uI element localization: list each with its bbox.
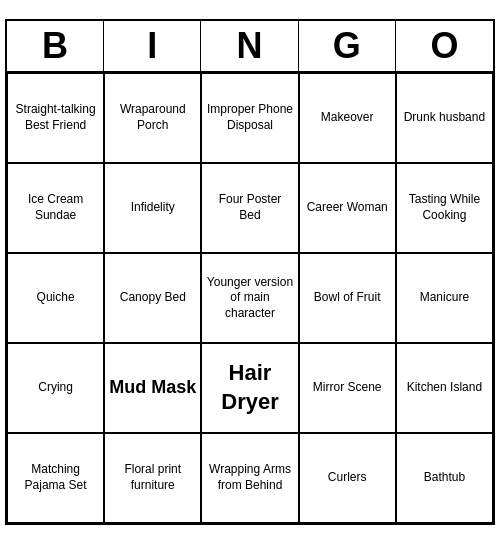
bingo-cell: Bowl of Fruit xyxy=(299,253,396,343)
bingo-cell: Crying xyxy=(7,343,104,433)
header-b: B xyxy=(7,21,104,71)
header-o: O xyxy=(396,21,493,71)
bingo-cell: Ice Cream Sundae xyxy=(7,163,104,253)
bingo-cell: Four Poster Bed xyxy=(201,163,298,253)
bingo-cell: Straight-talking Best Friend xyxy=(7,73,104,163)
bingo-cell: Improper Phone Disposal xyxy=(201,73,298,163)
bingo-cell: Wraparound Porch xyxy=(104,73,201,163)
bingo-cell: Canopy Bed xyxy=(104,253,201,343)
bingo-cell: Mirror Scene xyxy=(299,343,396,433)
bingo-cell: Quiche xyxy=(7,253,104,343)
bingo-cell: Kitchen Island xyxy=(396,343,493,433)
bingo-header: B I N G O xyxy=(7,21,493,73)
bingo-cell: Matching Pajama Set xyxy=(7,433,104,523)
bingo-cell: Infidelity xyxy=(104,163,201,253)
bingo-cell: Bathtub xyxy=(396,433,493,523)
bingo-cell: Drunk husband xyxy=(396,73,493,163)
bingo-cell: Younger version of main character xyxy=(201,253,298,343)
bingo-cell: Career Woman xyxy=(299,163,396,253)
bingo-cell: Mud Mask xyxy=(104,343,201,433)
bingo-grid: Straight-talking Best FriendWraparound P… xyxy=(7,73,493,523)
bingo-cell: Makeover xyxy=(299,73,396,163)
header-g: G xyxy=(299,21,396,71)
bingo-cell: Wrapping Arms from Behind xyxy=(201,433,298,523)
bingo-cell: Hair Dryer xyxy=(201,343,298,433)
bingo-cell: Manicure xyxy=(396,253,493,343)
header-n: N xyxy=(201,21,298,71)
bingo-cell: Tasting While Cooking xyxy=(396,163,493,253)
bingo-cell: Floral print furniture xyxy=(104,433,201,523)
header-i: I xyxy=(104,21,201,71)
bingo-card: B I N G O Straight-talking Best FriendWr… xyxy=(5,19,495,525)
bingo-cell: Curlers xyxy=(299,433,396,523)
